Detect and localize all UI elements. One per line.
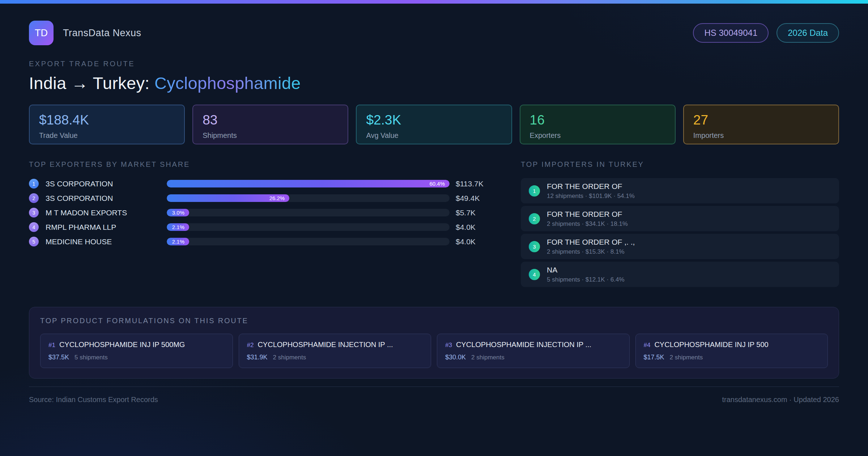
footer: Source: Indian Customs Export Records tr… (29, 387, 839, 404)
importers-list: 1 FOR THE ORDER OF 12 shipments · $101.9… (521, 178, 839, 287)
market-share-percent: 60.4% (429, 181, 450, 187)
stat-card-trade-value: $188.4K Trade Value (29, 105, 185, 144)
stat-value: $2.3K (366, 113, 502, 128)
formulation-value: $17.5K (644, 354, 664, 361)
formulation-card[interactable]: #1 CYCLOPHOSPHAMIDE INJ IP 500MG $37.5K … (40, 334, 233, 368)
stat-label: Avg Value (366, 131, 502, 140)
header-badges: HS 30049041 2026 Data (693, 23, 839, 43)
exporter-row[interactable]: 3 M T MADON EXPORTS 3.0% $5.7K (29, 207, 492, 218)
exporter-row[interactable]: 1 3S CORPORATION 60.4% $113.7K (29, 178, 492, 189)
formulations-panel: TOP PRODUCT FORMULATIONS ON THIS ROUTE #… (29, 307, 839, 379)
exporter-name: RMPL PHARMA LLP (46, 223, 167, 232)
importer-name: FOR THE ORDER OF (547, 182, 635, 191)
market-share-bar-fill: 2.1% (167, 223, 189, 231)
stat-label: Importers (693, 131, 829, 140)
rank-badge: 2 (29, 193, 39, 203)
importer-card[interactable]: 4 NA 5 shipments · $12.1K · 6.4% (521, 262, 839, 287)
market-share-percent: 2.1% (172, 238, 189, 245)
stat-label: Shipments (203, 131, 338, 140)
formulation-card[interactable]: #3 CYCLOPHOSPHAMIDE INJECTION IP ... $30… (437, 334, 630, 368)
stat-cards-row: $188.4K Trade Value 83 Shipments $2.3K A… (29, 105, 839, 144)
exporters-section: TOP EXPORTERS BY MARKET SHARE 1 3S CORPO… (29, 160, 492, 290)
exporter-name: MEDICINE HOUSE (46, 237, 167, 246)
formulation-name: CYCLOPHOSPHAMIDE INJ IP 500MG (59, 341, 185, 349)
importer-name: FOR THE ORDER OF ,. ., (547, 238, 635, 246)
formulation-value: $30.0K (445, 354, 466, 361)
market-share-bar-fill: 2.1% (167, 238, 189, 245)
brand-name: TransData Nexus (63, 28, 141, 39)
exporter-name: 3S CORPORATION (46, 194, 167, 203)
formulation-rank: #3 (445, 342, 452, 349)
formulation-shipments: 2 shipments (471, 354, 505, 361)
title-product: Cyclophosphamide (154, 73, 301, 93)
stat-card-importers: 27 Importers (683, 105, 839, 144)
data-year-badge[interactable]: 2026 Data (776, 23, 839, 43)
formulation-name: CYCLOPHOSPHAMIDE INJECTION IP ... (456, 341, 591, 349)
rank-badge: 1 (29, 179, 39, 189)
exporter-name: M T MADON EXPORTS (46, 208, 167, 217)
exporter-row[interactable]: 4 RMPL PHARMA LLP 2.1% $4.0K (29, 221, 492, 233)
exporters-bar-chart: 1 3S CORPORATION 60.4% $113.7K 2 3S CORP… (29, 178, 492, 247)
market-share-percent: 26.2% (269, 195, 290, 201)
formulations-list: #1 CYCLOPHOSPHAMIDE INJ IP 500MG $37.5K … (40, 334, 828, 368)
importer-meta: 5 shipments · $12.1K · 6.4% (547, 276, 625, 283)
formulation-rank: #1 (48, 342, 55, 349)
importer-card[interactable]: 3 FOR THE ORDER OF ,. ., 2 shipments · $… (521, 234, 839, 259)
formulations-heading: TOP PRODUCT FORMULATIONS ON THIS ROUTE (40, 317, 828, 325)
importers-heading: TOP IMPORTERS IN TURKEY (521, 160, 839, 169)
stat-value: $188.4K (39, 113, 175, 128)
formulation-value: $37.5K (48, 354, 69, 361)
formulation-rank: #2 (247, 342, 254, 349)
stat-value: 16 (530, 113, 665, 128)
footer-site: transdatanexus.com · Updated 2026 (722, 396, 839, 404)
rank-badge: 4 (29, 222, 39, 232)
importer-meta: 2 shipments · $34.1K · 18.1% (547, 220, 628, 228)
rank-badge: 3 (29, 208, 39, 218)
rank-badge: 2 (529, 213, 540, 224)
exporter-value: $49.4K (456, 194, 492, 203)
top-accent-bar (0, 0, 868, 4)
stat-label: Exporters (530, 131, 665, 140)
importer-name: NA (547, 266, 625, 274)
market-share-bar-track: 60.4% (167, 180, 450, 187)
formulation-rank: #4 (644, 342, 651, 349)
page-title: India → Turkey: Cyclophosphamide (29, 73, 839, 93)
formulation-name: CYCLOPHOSPHAMIDE INJ IP 500 (654, 341, 768, 349)
stat-value: 83 (203, 113, 338, 128)
rank-badge: 4 (529, 269, 540, 280)
stat-label: Trade Value (39, 131, 175, 140)
exporter-value: $4.0K (456, 237, 492, 246)
importer-name: FOR THE ORDER OF (547, 210, 628, 219)
importer-meta: 2 shipments · $15.3K · 8.1% (547, 248, 635, 256)
market-share-bar-track: 2.1% (167, 238, 450, 245)
brand-logo-icon: TD (29, 21, 54, 45)
market-share-bar-fill: 60.4% (167, 180, 450, 187)
formulation-shipments: 2 shipments (670, 354, 703, 361)
exporter-name: 3S CORPORATION (46, 180, 167, 188)
importer-card[interactable]: 1 FOR THE ORDER OF 12 shipments · $101.9… (521, 178, 839, 203)
market-share-bar-fill: 26.2% (167, 194, 289, 202)
eyebrow-label: EXPORT TRADE ROUTE (29, 60, 839, 68)
exporter-value: $5.7K (456, 208, 492, 217)
market-share-percent: 3.0% (172, 210, 189, 216)
brand-home-link[interactable]: TD TransData Nexus (29, 21, 141, 45)
formulation-card[interactable]: #2 CYCLOPHOSPHAMIDE INJECTION IP ... $31… (239, 334, 431, 368)
rank-badge: 1 (529, 185, 540, 197)
stat-card-avg-value: $2.3K Avg Value (356, 105, 512, 144)
formulation-shipments: 2 shipments (273, 354, 306, 361)
formulation-card[interactable]: #4 CYCLOPHOSPHAMIDE INJ IP 500 $17.5K 2 … (635, 334, 828, 368)
importer-meta: 12 shipments · $101.9K · 54.1% (547, 193, 635, 200)
exporter-row[interactable]: 2 3S CORPORATION 26.2% $49.4K (29, 193, 492, 204)
hs-code-badge[interactable]: HS 30049041 (693, 23, 769, 43)
exporters-heading: TOP EXPORTERS BY MARKET SHARE (29, 160, 492, 169)
stat-value: 27 (693, 113, 829, 128)
market-share-bar-track: 3.0% (167, 209, 450, 216)
exporter-row[interactable]: 5 MEDICINE HOUSE 2.1% $4.0K (29, 236, 492, 247)
rank-badge: 5 (29, 237, 39, 246)
rank-badge: 3 (529, 241, 540, 252)
page-container: TD TransData Nexus HS 30049041 2026 Data… (0, 21, 868, 404)
header: TD TransData Nexus HS 30049041 2026 Data (29, 21, 839, 45)
formulation-shipments: 5 shipments (75, 354, 108, 361)
importer-card[interactable]: 2 FOR THE ORDER OF 2 shipments · $34.1K … (521, 206, 839, 231)
footer-source: Source: Indian Customs Export Records (29, 396, 158, 404)
